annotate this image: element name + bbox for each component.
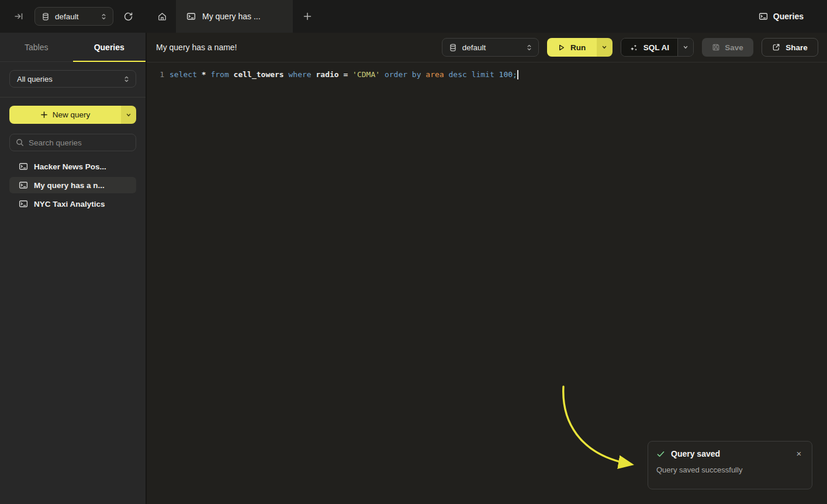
share-label: Share [786,43,808,52]
sql-ai-button[interactable]: SQL AI [621,39,677,56]
sql-token-column: area [425,70,448,79]
save-button[interactable]: Save [702,38,753,57]
sparkles-icon [629,43,638,52]
run-button[interactable]: Run [547,38,597,57]
database-selector-value: default [55,12,101,21]
sidebar: Tables Queries All queries New query [0,33,146,504]
run-database-selector[interactable]: default [442,38,539,57]
close-icon[interactable]: × [794,449,804,458]
sql-token-identifier: * [202,70,211,79]
main-panel: My query has a name! default [146,33,827,504]
active-tab-underline [73,61,146,62]
toast-title: Query saved [671,449,794,458]
tab-my-query[interactable]: My query has ... [176,0,293,33]
run-options-dropdown[interactable] [597,38,613,57]
saved-query-item[interactable]: My query has a n... [9,177,136,193]
play-icon [558,44,565,51]
new-query-main[interactable]: New query [9,106,121,124]
saved-query-label: Hacker News Pos... [34,162,106,171]
sql-token-keyword: desc limit [449,70,499,79]
sql-token-keyword: from [210,70,233,79]
sql-ai-dropdown[interactable] [677,39,693,56]
search-queries-box[interactable] [9,134,136,151]
refresh-icon[interactable] [123,12,133,22]
sql-token-identifier: = [343,70,352,79]
line-number: 1 [147,69,164,81]
run-label: Run [570,43,586,52]
sidebar-divider [0,97,146,98]
run-database-value: default [462,43,526,52]
query-terminal-icon [186,12,196,21]
sql-ai-label: SQL AI [643,43,669,52]
query-terminal-icon [19,180,28,190]
query-terminal-icon [19,162,28,171]
plus-icon [40,111,48,119]
saved-query-item[interactable]: NYC Taxi Analytics [9,196,136,212]
share-button[interactable]: Share [762,38,818,57]
toast-query-saved: Query saved × Query saved successfully [648,441,812,489]
collapse-sidebar-icon[interactable] [14,12,23,21]
text-cursor [517,70,518,79]
tab-title: My query has ... [202,12,261,21]
save-icon [712,43,720,51]
toast-message: Query saved successfully [656,465,804,474]
new-tab-icon[interactable] [302,11,313,22]
chevron-updown-icon [526,44,532,51]
code-line-1[interactable]: 1 select * from cell_towers where radio … [147,69,827,81]
sql-token-keyword: order by [385,70,425,79]
queries-terminal-icon [759,12,768,21]
share-icon [772,43,780,51]
search-icon [16,138,24,147]
sql-code: select * from cell_towers where radio = … [169,69,517,81]
database-icon [449,43,457,52]
check-icon [656,450,665,458]
sidebar-tabs: Tables Queries [0,33,146,62]
sql-token-identifier: cell_towers [234,70,289,79]
sidebar-tab-tables[interactable]: Tables [0,33,73,61]
sql-token-keyword: select [169,70,202,79]
sql-ai-button-group: SQL AI [621,38,694,57]
saved-query-item[interactable]: Hacker News Pos... [9,158,136,175]
run-button-group: Run [547,38,613,57]
sidebar-tab-queries[interactable]: Queries [73,33,146,61]
query-title: My query has a name! [156,43,442,52]
database-icon [41,12,50,21]
query-toolbar: My query has a name! default [147,33,827,62]
sql-token-punctuation: ; [513,70,517,79]
chevron-updown-icon [123,75,130,83]
sql-editor[interactable]: 1 select * from cell_towers where radio … [147,62,827,81]
database-selector[interactable]: default [34,7,113,26]
new-query-dropdown[interactable] [121,106,136,124]
new-query-label: New query [53,110,91,119]
new-query-button[interactable]: New query [9,106,136,124]
save-label: Save [725,43,743,52]
sql-token-string: 'CDMA' [352,70,385,79]
queries-label: Queries [773,12,804,21]
saved-query-label: NYC Taxi Analytics [34,200,105,208]
queries-filter-value: All queries [17,75,123,84]
saved-queries-list: Hacker News Pos... My query has a n... N… [9,158,136,212]
home-icon[interactable] [157,12,167,22]
sql-token-number: 100 [499,70,513,79]
top-bar: default My query has ... [0,0,827,33]
saved-query-label: My query has a n... [34,181,105,190]
queries-header[interactable]: Queries [759,12,804,21]
search-queries-input[interactable] [29,138,132,147]
sql-token-identifier: radio [316,70,343,79]
chevron-updown-icon [101,13,107,20]
sql-token-keyword: where [289,70,316,79]
query-terminal-icon [19,199,28,208]
queries-filter-selector[interactable]: All queries [9,70,136,88]
